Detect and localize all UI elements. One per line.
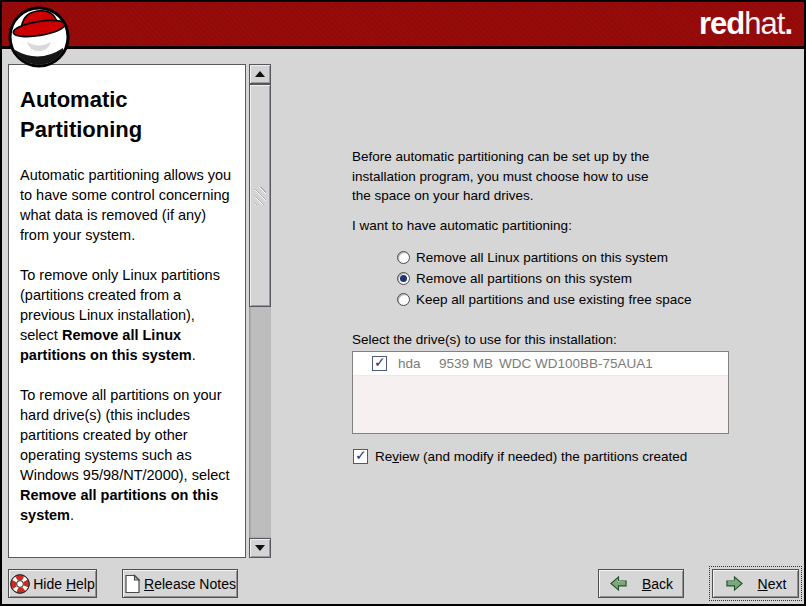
radio-button[interactable]	[397, 251, 410, 264]
wordmark-period: .	[784, 6, 792, 41]
arrow-left-icon	[609, 575, 628, 592]
radio-keep-all-partitions[interactable]: Keep all partitions and use existing fre…	[397, 289, 691, 310]
drive-checkbox[interactable]	[372, 356, 387, 371]
partitioning-radio-group: Remove all Linux partitions on this syst…	[397, 247, 691, 310]
review-checkbox-row[interactable]: Review (and modify if needed) the partit…	[353, 449, 687, 464]
hide-help-label: Hide Help	[33, 576, 95, 592]
review-checkbox[interactable]	[353, 449, 368, 464]
arrow-down-icon	[255, 545, 265, 551]
radio-remove-all-partitions[interactable]: Remove all partitions on this system	[397, 268, 691, 289]
back-label: Back	[642, 576, 673, 592]
help-paragraph-2: To remove only Linux partitions (partiti…	[20, 265, 235, 365]
scrollbar-track[interactable]	[249, 84, 271, 538]
scroll-down-button[interactable]	[249, 538, 271, 558]
drive-size: 9539 MB	[439, 356, 499, 371]
next-label: Next	[758, 576, 787, 592]
hide-help-button[interactable]: Hide Help	[8, 569, 97, 598]
review-label: Review (and modify if needed) the partit…	[375, 449, 687, 464]
redhat-wordmark: redhat.	[699, 7, 792, 41]
wordmark-hat: hat	[744, 6, 784, 41]
top-banner: redhat.	[2, 2, 804, 49]
intro-text: Before automatic partitioning can be set…	[352, 147, 649, 206]
lifebuoy-icon	[10, 574, 30, 594]
radio-label: Keep all partitions and use existing fre…	[416, 292, 691, 307]
scrollbar-thumb[interactable]	[249, 84, 271, 307]
help-paragraph-3: To remove all partitions on your hard dr…	[20, 385, 235, 525]
arrow-up-icon	[255, 71, 265, 77]
arrow-right-icon	[725, 575, 744, 592]
drive-select-label: Select the drive(s) to use for this inst…	[352, 332, 617, 347]
back-button[interactable]: Back	[598, 569, 684, 598]
drive-row-hda[interactable]: hda 9539 MB WDC WD100BB-75AUA1	[353, 352, 728, 376]
document-icon	[124, 574, 141, 594]
redhat-shadowman-logo	[7, 4, 71, 68]
radio-button[interactable]	[397, 272, 410, 285]
help-paragraph-1: Automatic partitioning allows you to hav…	[20, 165, 235, 245]
radio-label: Remove all partitions on this system	[416, 271, 632, 286]
drive-model: WDC WD100BB-75AUA1	[499, 356, 653, 371]
radio-button[interactable]	[397, 293, 410, 306]
help-title: Automatic Partitioning	[20, 85, 235, 145]
release-notes-label: Release Notes	[144, 576, 236, 592]
help-scrollbar	[249, 64, 271, 558]
radio-label: Remove all Linux partitions on this syst…	[416, 250, 668, 265]
drive-name: hda	[398, 356, 439, 371]
radio-remove-linux-partitions[interactable]: Remove all Linux partitions on this syst…	[397, 247, 691, 268]
installer-window: redhat. Automatic Partitioning Automatic…	[0, 0, 806, 606]
help-panel: Automatic Partitioning Automatic partiti…	[8, 64, 246, 558]
drive-list: hda 9539 MB WDC WD100BB-75AUA1	[352, 351, 729, 434]
next-button[interactable]: Next	[712, 569, 799, 598]
wordmark-red: red	[699, 6, 744, 41]
scroll-up-button[interactable]	[249, 64, 271, 84]
partitioning-prompt: I want to have automatic partitioning:	[352, 218, 572, 233]
release-notes-button[interactable]: Release Notes	[122, 569, 238, 598]
thumb-grip-icon	[255, 187, 266, 205]
